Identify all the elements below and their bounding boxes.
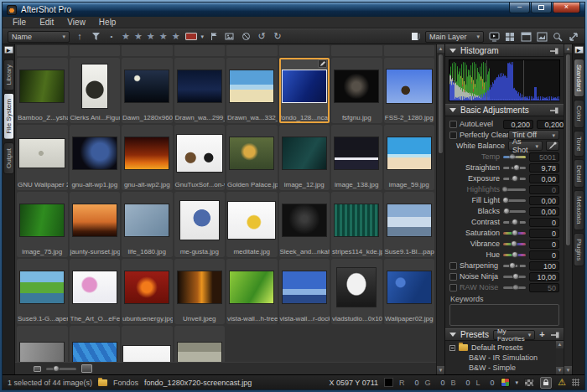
magnifier-icon[interactable] [552, 31, 564, 43]
exposure-slider-thumb[interactable] [512, 175, 518, 182]
multi-view-icon[interactable] [504, 31, 516, 43]
thumbnail-cell[interactable]: image_138.jpg [331, 125, 382, 190]
flag-photo-icon[interactable] [224, 31, 236, 43]
thumbnail-cell[interactable]: Unveil.jpeg [174, 259, 226, 324]
thumbnail-cell[interactable]: fsfgnu.jpg [331, 58, 382, 123]
contrast-value[interactable]: 0 [529, 218, 559, 227]
thumbnail-smaller-icon[interactable] [34, 366, 41, 372]
noise-ninja-checkbox[interactable] [449, 273, 457, 281]
thumbnail-cell[interactable]: Suse9.1-Bl...papers.jpg [384, 192, 435, 257]
sharpening-value[interactable]: 100 [529, 261, 559, 271]
temp-slider-thumb[interactable] [509, 153, 516, 160]
tab-metadata[interactable]: Metadata [574, 190, 584, 230]
layer-dropdown[interactable]: Main Layer ▾ [425, 31, 484, 43]
filter-icon[interactable] [90, 31, 101, 43]
thumbnail-size-slider-thumb[interactable] [53, 365, 60, 372]
current-folder[interactable]: Fondos [113, 379, 138, 387]
thumbnail-cell-partial[interactable] [122, 45, 173, 56]
tree-collapse-icon[interactable] [449, 345, 455, 351]
thumbnail-cell[interactable]: gnu-alt-wp2.jpg [122, 125, 173, 190]
thumbnail-cell-partial[interactable] [384, 45, 435, 56]
minimize-button[interactable]: – [509, 3, 530, 13]
preset-item-b-w-simple[interactable]: B&W - Simple [449, 363, 556, 373]
thumbnail-cell[interactable]: vladstudio...0x1024.jpg [331, 259, 382, 324]
rotate-left-icon[interactable]: ↺ [256, 31, 268, 43]
add-preset-button[interactable]: + [539, 330, 544, 339]
no-flag-icon[interactable] [240, 31, 252, 43]
thumbnail-cell-partial[interactable] [174, 45, 226, 56]
saturation-slider[interactable] [503, 232, 526, 235]
thumbnail-larger-icon[interactable] [81, 364, 92, 373]
thumbnail-cell[interactable]: image_12.jpg [279, 125, 330, 190]
vibrance-slider-thumb[interactable] [511, 240, 517, 247]
tab-standard[interactable]: Standard [574, 59, 584, 97]
rotate-right-icon[interactable]: ↻ [272, 31, 283, 43]
temp-slider[interactable] [503, 156, 526, 158]
thumbnail-size-slider[interactable] [46, 368, 76, 370]
grid-scrollbar[interactable]: ▲ ▼ [436, 44, 444, 374]
resize-grip[interactable] [572, 379, 579, 386]
thumbnail-cell[interactable]: me-gusta.jpg [174, 192, 226, 257]
hue-slider[interactable] [503, 254, 526, 256]
noise-ninja-slider-thumb[interactable] [512, 273, 519, 280]
noise-ninja-value[interactable]: 10,00 [529, 272, 559, 281]
highlights-slider-thumb[interactable] [501, 186, 508, 193]
close-button[interactable]: × [553, 3, 580, 13]
panel-scrollbar[interactable]: ▲ ▼ [564, 44, 572, 374]
vibrance-slider[interactable] [503, 243, 526, 245]
soft-proof-icon[interactable] [524, 379, 534, 387]
hue-slider-thumb[interactable] [512, 251, 518, 258]
thumbnail-cell-partial[interactable] [279, 45, 330, 56]
highlights-slider[interactable] [503, 188, 526, 191]
menu-edit[interactable]: Edit [33, 18, 60, 27]
scroll-up-button[interactable]: ▲ [437, 44, 444, 53]
thumbnail-cell[interactable]: stripes114_kde.jpg [331, 192, 382, 257]
blacks-slider-thumb[interactable] [503, 208, 510, 214]
vibrance-value[interactable]: 0 [529, 240, 559, 249]
thumbnail-cell[interactable]: Suse9.1-G...apers.jpg [17, 259, 68, 324]
sharpening-slider[interactable] [503, 265, 526, 267]
sort-field-dropdown[interactable]: Name ▾ [8, 31, 70, 43]
scroll-down-button[interactable]: ▼ [564, 366, 572, 374]
exposure-value[interactable]: 0,00 [529, 174, 559, 183]
pin-icon[interactable] [550, 48, 559, 54]
tab-plugins[interactable]: Plugins [574, 233, 584, 266]
color-management-icon[interactable] [501, 378, 510, 387]
thumbnail-cell[interactable]: The_Art_O...eFear.jpg [70, 259, 121, 324]
tab-file-system[interactable]: File System [3, 93, 14, 140]
warning-icon[interactable]: ⚠ [558, 378, 566, 387]
saturation-value[interactable]: 0 [529, 229, 559, 238]
contrast-slider-thumb[interactable] [512, 219, 518, 225]
lock-toggle[interactable] [540, 377, 552, 389]
thumbnail-cell[interactable]: Drawn_wa...332_.jpg [226, 58, 278, 123]
thumbnail-cell[interactable]: Dawn_1280x960.jpg [122, 58, 173, 123]
tab-tone[interactable]: Tone [574, 131, 584, 157]
thumbnail-cell-partial[interactable] [226, 45, 278, 56]
raw-noise-slider-thumb[interactable] [512, 284, 519, 291]
color-management-dropdown-icon[interactable]: ▾ [516, 379, 519, 385]
blacks-slider[interactable] [503, 210, 526, 213]
sort-ascending-icon[interactable]: ↑ [74, 31, 86, 43]
thumbnail-cell-partial[interactable] [331, 45, 382, 56]
thumbnail-cell-partial[interactable] [17, 45, 68, 56]
white-balance-dropdown[interactable]: As Shot ▾ [508, 141, 543, 151]
fill-light-value[interactable]: 0,00 [529, 196, 559, 205]
fullscreen-icon[interactable] [568, 31, 579, 43]
left-panel-collapse-button[interactable]: ▶ [4, 46, 13, 54]
perfectly-clear-checkbox[interactable] [449, 132, 457, 139]
maximize-button[interactable] [531, 3, 552, 13]
right-panel-collapse-button[interactable]: ▶ [574, 46, 584, 54]
histogram-header[interactable]: Histogram [445, 44, 564, 57]
sharpening-slider-thumb[interactable] [509, 262, 516, 269]
flag-icon[interactable] [208, 31, 220, 43]
thumbnail-cell[interactable]: gnu-alt-wp1.jpg [70, 125, 121, 190]
scroll-down-button[interactable]: ▼ [437, 366, 444, 374]
panel-scrollbar-thumb[interactable] [565, 54, 571, 246]
autolevel-value-1[interactable]: 0,200 [503, 120, 533, 129]
thumbnail-view-icon[interactable] [520, 31, 532, 43]
thumbnail-cell[interactable]: FSS-2_1280.jpg [384, 58, 435, 123]
thumbnail-cell[interactable]: image_59.jpg [384, 125, 435, 190]
thumbnail-cell[interactable]: image_75.jpg [17, 192, 68, 257]
thumbnail-cell[interactable]: Clerks Ani...Figure.jpg [70, 58, 121, 123]
thumbnail-cell[interactable] [174, 326, 226, 362]
